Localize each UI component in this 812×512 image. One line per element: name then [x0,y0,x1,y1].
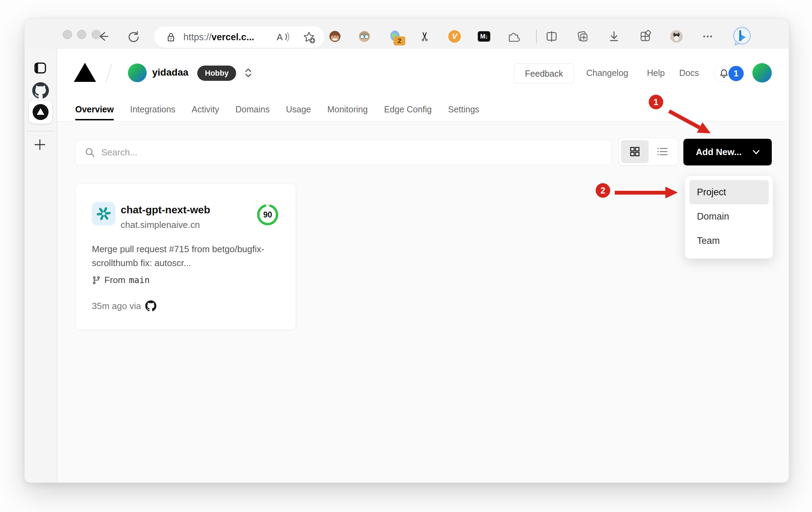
openai-logo-icon [96,206,112,222]
user-avatar[interactable] [752,63,772,83]
sidebar-divider [27,131,54,131]
sidebar-toggle-icon[interactable] [33,61,47,75]
project-name[interactable]: chat-gpt-next-web [121,204,210,216]
branch-name[interactable]: main [129,275,150,285]
lock-icon [165,31,177,43]
feedback-button[interactable]: Feedback [514,63,574,84]
add-new-button[interactable]: Add New... [683,139,772,165]
tab-usage[interactable]: Usage [286,98,311,120]
toolbar-divider [536,29,537,43]
collections-icon[interactable] [576,30,589,43]
tab-overview[interactable]: Overview [75,98,114,120]
glarity-badge: 2 [394,36,405,45]
notification-count: 1 [728,65,744,82]
svg-text:A: A [277,32,283,42]
close-button[interactable] [63,30,72,39]
list-view-icon [656,146,669,157]
git-branch-icon [92,276,101,285]
tab-integrations[interactable]: Integrations [130,98,175,120]
add-new-dropdown: Project Domain Team [685,176,773,259]
tab-activity[interactable]: Activity [192,98,219,120]
dropdown-item-team[interactable]: Team [689,229,769,253]
annotation-arrow-2 [615,187,678,198]
read-aloud-icon[interactable]: A [276,31,290,44]
github-icon [145,300,156,312]
apps-grid-icon[interactable] [639,30,652,43]
docs-link[interactable]: Docs [679,68,699,78]
commit-message[interactable]: Merge pull request #715 from betgo/bugfi… [92,242,281,270]
split-screen-icon[interactable] [545,30,558,43]
project-app-icon [92,202,115,225]
project-card[interactable]: chat-gpt-next-web chat.simplenaive.cn 90… [75,184,296,330]
deploy-time: 35m ago via [92,301,141,312]
sidebar-add-icon[interactable] [33,138,47,152]
chevron-down-icon [751,148,761,157]
extensions-puzzle-icon[interactable] [507,30,520,43]
plan-badge: Hobby [197,66,236,81]
score-value: 90 [256,203,279,226]
edge-sidebar [25,49,57,483]
vercel-dashboard: yidadaa Hobby Feedback Changelog Help Do… [57,49,789,483]
annotation-step-1: 1 [649,95,663,109]
team-switcher-icon[interactable] [242,67,254,79]
vercel-sidebar-tab[interactable] [29,101,52,123]
search-icon [84,147,96,159]
annotation-step-2: 2 [596,183,610,198]
tampermonkey-extension-icon[interactable] [328,30,342,43]
score-ring[interactable]: 90 [256,203,279,226]
persona-extension-icon[interactable] [358,30,371,43]
refresh-icon[interactable] [127,30,140,43]
github-sidebar-icon[interactable] [32,82,49,99]
profile-avatar[interactable] [670,30,683,43]
list-view-button[interactable] [656,146,669,157]
address-bar[interactable]: https://vercel.c... A [154,26,325,48]
chrome-body: yidadaa Hobby Feedback Changelog Help Do… [25,49,789,483]
branch-row: From main [92,275,150,285]
scissors-extension-icon[interactable]: ✂ [418,30,432,43]
team-name[interactable]: yidadaa [152,67,188,78]
add-favorite-icon[interactable] [302,31,316,44]
project-domain[interactable]: chat.simplenaive.cn [121,220,200,230]
screenshot-stage: https://vercel.c... A 2 ✂ V [0,0,812,512]
glarity-extension-icon[interactable]: 2 [389,30,402,43]
browser-window: https://vercel.c... A 2 ✂ V [24,18,789,483]
view-toggle-group [619,138,678,165]
vercel-circle-icon [32,104,49,120]
downloads-icon[interactable] [607,30,621,43]
dropdown-item-domain[interactable]: Domain [689,204,769,229]
search-field [75,140,612,165]
dashboard-tabs: Overview Integrations Activity Domains U… [75,98,480,120]
from-label: From [104,275,126,285]
dropdown-item-project[interactable]: Project [689,180,769,204]
help-link[interactable]: Help [647,68,665,78]
bing-chat-icon[interactable] [732,26,752,46]
grid-view-icon [629,146,641,157]
back-icon[interactable] [96,30,109,43]
team-avatar[interactable] [128,63,147,82]
markdown-extension-icon[interactable]: M↓ [477,30,491,43]
minimize-button[interactable] [77,30,86,39]
url-text: https://vercel.c... [183,32,254,43]
deployment-meta: 35m ago via [92,300,156,312]
search-input[interactable] [75,140,612,165]
changelog-link[interactable]: Changelog [586,68,628,78]
tab-settings[interactable]: Settings [448,98,479,120]
tab-monitoring[interactable]: Monitoring [327,98,368,120]
tab-domains[interactable]: Domains [235,98,270,120]
more-options-icon[interactable] [701,30,714,43]
vercel-logo[interactable] [74,63,96,82]
grid-view-button[interactable] [621,140,649,163]
breadcrumb-slash [105,63,112,83]
v-extension-icon[interactable]: V [448,30,461,43]
browser-toolbar: https://vercel.c... A 2 ✂ V [25,18,789,49]
add-new-label: Add New... [696,139,742,165]
tab-edge-config[interactable]: Edge Config [384,98,432,120]
